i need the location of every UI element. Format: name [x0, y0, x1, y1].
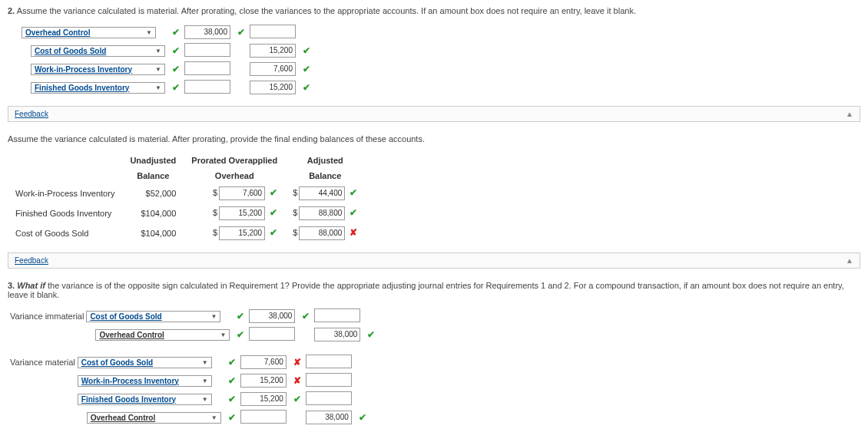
- unadjusted-val: $52,000: [122, 183, 184, 203]
- q3-prompt: 3. What if the variance is of the opposi…: [8, 281, 860, 299]
- check-icon: ✔: [270, 207, 277, 218]
- feedback-bar-1[interactable]: Feedback ▲: [8, 106, 860, 122]
- account-select[interactable]: Finished Goods Inventory▼: [31, 82, 165, 94]
- check-icon: ✔: [367, 329, 375, 340]
- amount-input[interactable]: 38,000: [184, 25, 230, 39]
- amount-input[interactable]: 38,000: [249, 309, 295, 323]
- amount-input[interactable]: [184, 43, 230, 57]
- check-icon: ✔: [228, 357, 236, 368]
- amount-input[interactable]: 38,000: [314, 328, 360, 341]
- account-select[interactable]: Work-in-Process Inventory▼: [31, 64, 165, 75]
- amount-input[interactable]: [306, 391, 352, 405]
- check-icon: ✔: [303, 64, 310, 74]
- chevron-down-icon: ▼: [202, 396, 208, 403]
- chevron-down-icon: ▼: [155, 66, 161, 73]
- q3-immaterial-table: Variance immaterialCost of Goods Sold▼✔3…: [8, 307, 377, 344]
- amount-input[interactable]: [306, 373, 352, 387]
- account-select[interactable]: Overhead Control▼: [87, 412, 221, 424]
- col-prorated-1: Prorated Overapplied: [184, 153, 285, 168]
- check-icon: ✔: [293, 394, 301, 404]
- balance-row-label: Work-in-Process Inventory: [8, 183, 122, 203]
- unadjusted-val: $104,000: [122, 203, 184, 223]
- q2-text: Assume the variance calculated is materi…: [15, 6, 636, 15]
- account-select[interactable]: Cost of Goods Sold▼: [78, 357, 212, 368]
- check-icon: ✔: [172, 82, 180, 93]
- balance-row-label: Finished Goods Inventory: [8, 203, 122, 223]
- amount-input[interactable]: [314, 308, 360, 322]
- check-icon: ✔: [237, 329, 244, 340]
- amount-input[interactable]: 88,000: [299, 226, 345, 240]
- q2-prompt: 2. Assume the variance calculated is mat…: [8, 6, 860, 15]
- amount-input[interactable]: 7,600: [250, 62, 296, 76]
- amount-input[interactable]: 15,200: [250, 81, 296, 94]
- amount-input[interactable]: [240, 410, 287, 424]
- amount-input[interactable]: 7,600: [240, 355, 287, 369]
- unadjusted-val: $104,000: [122, 223, 184, 243]
- amount-input[interactable]: [250, 25, 296, 38]
- col-unadj-2: Balance: [122, 168, 184, 183]
- col-adj-2: Balance: [285, 168, 365, 183]
- check-icon: ✔: [303, 82, 310, 93]
- amount-input[interactable]: 7,600: [219, 186, 265, 200]
- account-select[interactable]: Work-in-Process Inventory▼: [78, 375, 212, 387]
- check-icon: ✔: [350, 187, 357, 198]
- account-select[interactable]: Finished Goods Inventory▼: [78, 394, 212, 405]
- amount-input[interactable]: 15,200: [240, 392, 287, 406]
- chevron-down-icon: ▼: [211, 414, 217, 421]
- account-select[interactable]: Cost of Goods Sold▼: [31, 45, 165, 57]
- amount-input[interactable]: [184, 61, 230, 75]
- amount-input[interactable]: 38,000: [306, 411, 352, 424]
- collapse-icon[interactable]: ▲: [846, 256, 853, 265]
- check-icon: ✔: [270, 227, 277, 238]
- check-icon: ✔: [228, 375, 236, 386]
- check-icon: ✔: [172, 45, 180, 56]
- cross-icon: ✘: [293, 357, 301, 368]
- q2-journal-table: Overhead Control▼✔38,000✔Cost of Goods S…: [22, 23, 313, 97]
- amount-input[interactable]: 15,200: [219, 206, 265, 220]
- check-icon: ✔: [302, 311, 310, 322]
- account-select[interactable]: Overhead Control▼: [22, 27, 156, 38]
- balances-table: Unadjusted Prorated Overapplied Adjusted…: [8, 153, 365, 243]
- amount-input[interactable]: 88,800: [299, 206, 345, 220]
- collapse-icon[interactable]: ▲: [846, 110, 853, 118]
- account-select[interactable]: Cost of Goods Sold▼: [86, 311, 220, 322]
- amount-input[interactable]: 15,200: [240, 374, 287, 388]
- chevron-down-icon: ▼: [146, 29, 152, 36]
- check-icon: ✔: [228, 412, 236, 423]
- q3-number: 3.: [8, 281, 15, 290]
- amount-input[interactable]: [306, 355, 352, 368]
- balances-intro: Assume the variance calculated is materi…: [8, 134, 860, 143]
- check-icon: ✔: [237, 27, 245, 38]
- check-icon: ✔: [303, 45, 310, 56]
- q3-whatif: What if: [15, 281, 45, 290]
- feedback-link[interactable]: Feedback: [15, 256, 48, 265]
- chevron-down-icon: ▼: [155, 48, 161, 54]
- chevron-down-icon: ▼: [220, 332, 226, 338]
- check-icon: ✔: [172, 27, 180, 38]
- q3-text: the variance is of the opposite sign cal…: [8, 281, 844, 299]
- balance-row-label: Cost of Goods Sold: [8, 223, 122, 243]
- q3-material-table: Variance materialCost of Goods Sold▼✔7,6…: [8, 353, 369, 427]
- amount-input[interactable]: [249, 327, 295, 341]
- check-icon: ✔: [350, 207, 357, 218]
- variance-label: Variance immaterial: [8, 307, 86, 325]
- amount-input[interactable]: 15,200: [250, 44, 296, 58]
- chevron-down-icon: ▼: [155, 84, 161, 91]
- chevron-down-icon: ▼: [202, 359, 208, 366]
- variance-label: Variance material: [8, 353, 78, 371]
- amount-input[interactable]: 44,400: [299, 186, 345, 200]
- feedback-link[interactable]: Feedback: [15, 110, 48, 118]
- amount-input[interactable]: 15,200: [219, 226, 265, 240]
- amount-input[interactable]: [184, 80, 230, 94]
- check-icon: ✔: [228, 394, 236, 404]
- feedback-bar-2[interactable]: Feedback ▲: [8, 252, 860, 269]
- check-icon: ✔: [270, 187, 277, 198]
- cross-icon: ✘: [293, 375, 301, 386]
- q2-number: 2.: [8, 6, 15, 15]
- chevron-down-icon: ▼: [202, 378, 208, 384]
- cross-icon: ✘: [350, 227, 357, 238]
- account-select[interactable]: Overhead Control▼: [95, 329, 230, 341]
- check-icon: ✔: [237, 311, 244, 322]
- chevron-down-icon: ▼: [210, 313, 217, 320]
- check-icon: ✔: [172, 64, 180, 74]
